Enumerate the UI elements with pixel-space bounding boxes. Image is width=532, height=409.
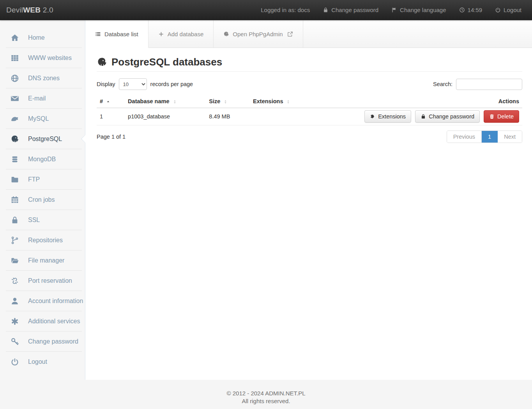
- cell-database-name: p1003_database: [125, 108, 206, 125]
- sidebar-item-ssl[interactable]: SSL: [0, 210, 85, 230]
- pagination-next[interactable]: Next: [498, 131, 522, 143]
- sort-both-icon: [223, 99, 228, 104]
- sidebar-item-label: SSL: [28, 217, 40, 224]
- tab-database-list[interactable]: Database list: [85, 20, 148, 48]
- topbar-change-language[interactable]: Change language: [391, 7, 446, 13]
- records-per-page-control: Display 10 records per page: [97, 78, 193, 90]
- tab-bar: Database list Add database Open PhpPgAdm…: [85, 20, 532, 48]
- postgresql-elephant-icon: [10, 135, 20, 143]
- page-info: Page 1 of 1: [97, 134, 125, 140]
- page-footer: © 2012 - 2024 ADMIN.NET.PL All rights re…: [0, 380, 532, 409]
- sidebar: Home WWW websites DNS zones E-mail MySQL…: [0, 20, 85, 380]
- table-footer: Page 1 of 1 Previous 1 Next: [97, 130, 522, 143]
- sidebar-item-label: Account information: [28, 298, 83, 305]
- sidebar-item-postgresql[interactable]: PostgreSQL: [0, 129, 85, 149]
- search-input[interactable]: [456, 79, 522, 90]
- asterisk-icon: [10, 317, 20, 326]
- time-label: 14:59: [468, 7, 483, 13]
- sidebar-item-change-password[interactable]: Change password: [0, 331, 85, 352]
- sidebar-item-label: E-mail: [28, 95, 46, 102]
- sidebar-item-dns-zones[interactable]: DNS zones: [0, 68, 85, 88]
- tab-label: Open PhpPgAdmin: [233, 31, 283, 37]
- power-icon: [10, 358, 20, 366]
- per-page-select[interactable]: 10: [119, 78, 147, 90]
- topbar-logout[interactable]: Logout: [495, 7, 521, 13]
- git-branch-icon: [10, 236, 20, 245]
- copyright-text: © 2012 - 2024 ADMIN.NET.PL: [0, 390, 532, 397]
- column-header-extensions[interactable]: Extensions: [250, 95, 359, 108]
- sidebar-item-additional-services[interactable]: Additional services: [0, 311, 85, 331]
- sidebar-item-account-information[interactable]: Account information: [0, 291, 85, 311]
- table-header-row: # Database name Size Extensions: [97, 95, 522, 108]
- topbar-change-password[interactable]: Change password: [323, 7, 378, 13]
- sidebar-item-cron-jobs[interactable]: Cron jobs: [0, 190, 85, 210]
- sidebar-item-label: Port reservation: [28, 277, 72, 284]
- tab-open-phppgadmin[interactable]: Open PhpPgAdmin: [214, 20, 303, 48]
- sidebar-item-label: Logout: [28, 358, 47, 365]
- sidebar-item-mysql[interactable]: MySQL: [0, 109, 85, 129]
- page-layout: Home WWW websites DNS zones E-mail MySQL…: [0, 20, 532, 380]
- folder-icon: [10, 175, 20, 184]
- search-control: Search:: [433, 79, 522, 90]
- puzzle-icon: [370, 114, 375, 119]
- tab-label: Database list: [104, 31, 138, 37]
- plus-icon: [158, 31, 164, 37]
- logout-label: Logout: [504, 7, 521, 13]
- sidebar-item-label: Additional services: [28, 318, 80, 325]
- sidebar-item-label: Repositories: [28, 237, 63, 244]
- brand-logo[interactable]: DevilWEB 2.0: [6, 6, 53, 14]
- sort-both-icon: [172, 99, 177, 104]
- topbar-menu: Logged in as: docs Change password Chang…: [261, 7, 521, 13]
- home-icon: [10, 33, 20, 42]
- pagination-previous[interactable]: Previous: [447, 131, 482, 143]
- column-header-size[interactable]: Size: [206, 95, 250, 108]
- database-stack-icon: [10, 155, 20, 164]
- page-title: PostgreSQL databases: [97, 56, 522, 72]
- trash-icon: [489, 114, 495, 119]
- lock-icon: [421, 114, 426, 119]
- sidebar-item-mongodb[interactable]: MongoDB: [0, 149, 85, 169]
- extensions-button[interactable]: Extensions: [364, 110, 411, 123]
- sort-both-icon: [286, 99, 291, 104]
- change-password-button[interactable]: Change password: [415, 110, 480, 123]
- sidebar-item-email[interactable]: E-mail: [0, 88, 85, 109]
- table-row: 1 p1003_database 8.49 MB Extensions Cha: [97, 108, 522, 125]
- pagination-page-1[interactable]: 1: [482, 131, 498, 143]
- external-link-icon: [287, 31, 293, 37]
- cell-extensions: [250, 108, 359, 125]
- change-password-label: Change password: [331, 7, 378, 13]
- sidebar-item-www-websites[interactable]: WWW websites: [0, 48, 85, 68]
- sidebar-item-logout[interactable]: Logout: [0, 352, 85, 372]
- sidebar-item-label: File manager: [28, 257, 64, 264]
- power-icon: [495, 7, 501, 13]
- sidebar-item-repositories[interactable]: Repositories: [0, 230, 85, 250]
- column-header-actions: Actions: [359, 95, 522, 108]
- sidebar-item-label: Home: [28, 34, 45, 41]
- mysql-dolphin-icon: [10, 115, 20, 123]
- globe-icon: [10, 74, 20, 83]
- logged-in-as: Logged in as: docs: [261, 7, 310, 13]
- grid-icon: [10, 54, 20, 62]
- tab-label: Add database: [168, 31, 204, 37]
- search-label: Search:: [433, 81, 452, 87]
- sidebar-item-file-manager[interactable]: File manager: [0, 250, 85, 271]
- postgresql-elephant-icon: [223, 31, 229, 37]
- page-title-text: PostgreSQL databases: [111, 56, 222, 68]
- calendar-icon: [10, 196, 20, 204]
- key-icon: [10, 337, 20, 346]
- change-language-label: Change language: [400, 7, 446, 13]
- sidebar-item-label: MongoDB: [28, 156, 56, 163]
- column-header-database-name[interactable]: Database name: [125, 95, 206, 108]
- sidebar-item-port-reservation[interactable]: Port reservation: [0, 271, 85, 291]
- tab-add-database[interactable]: Add database: [148, 20, 214, 48]
- table-controls: Display 10 records per page Search:: [97, 78, 522, 90]
- delete-button[interactable]: Delete: [484, 110, 519, 123]
- sidebar-item-home[interactable]: Home: [0, 28, 85, 48]
- sidebar-item-label: WWW websites: [28, 55, 72, 62]
- sidebar-item-ftp[interactable]: FTP: [0, 169, 85, 190]
- databases-table: # Database name Size Extensions: [97, 95, 522, 125]
- column-header-number[interactable]: #: [97, 95, 125, 108]
- brand-web: WEB: [23, 6, 41, 14]
- sidebar-item-label: DNS zones: [28, 75, 60, 82]
- display-label: Display: [97, 81, 115, 87]
